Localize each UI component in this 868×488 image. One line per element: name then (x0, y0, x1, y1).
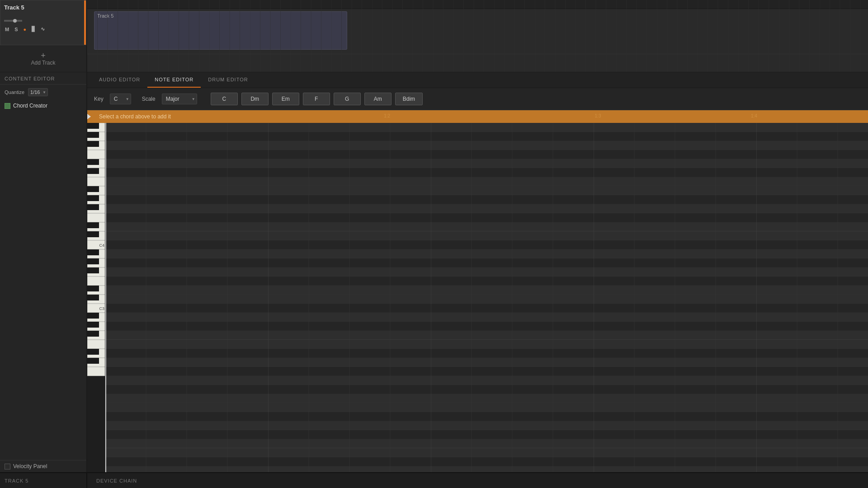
svg-rect-23 (87, 204, 99, 210)
svg-rect-21 (87, 195, 99, 201)
svg-rect-55 (87, 367, 105, 376)
bottom-bar: TRACK 5 DEVICE CHAIN (0, 472, 868, 488)
add-track-label: Add Track (31, 60, 55, 66)
track-list: Track 5 M S ● ▊ ∿ + Add Track (0, 0, 87, 72)
chord-btn-Em[interactable]: Em (272, 93, 299, 105)
chord-btn-Am[interactable]: Am (364, 93, 392, 105)
chord-btn-Dm[interactable]: Dm (241, 93, 269, 105)
mute-button[interactable]: M (4, 26, 10, 33)
record-button[interactable]: ● (23, 26, 28, 33)
track-lane: Track 5 (87, 9, 868, 54)
velocity-panel-checkbox[interactable] (5, 464, 10, 469)
track-item: Track 5 M S ● ▊ ∿ (0, 0, 86, 45)
middle-area: CONTENT EDITOR Quantize 1/16 1/8 1/4 1/2… (0, 72, 868, 472)
chord-btn-F[interactable]: F (303, 93, 330, 105)
chord-buttons-group: C Dm Em F G Am Bdim (211, 93, 423, 105)
chord-instruction-bar: Select a chord above to add it 1:2 1:3 1… (87, 110, 868, 123)
piano-keyboard: // Not valid here - we'll use static SVG (87, 123, 105, 472)
quantize-label: Quantize (5, 89, 24, 95)
svg-rect-19 (87, 186, 99, 192)
key-scale-chord-row: Key CC#DD# EFF#G G#AA#B ▼ Scale MajorMin… (87, 88, 868, 110)
track-name: Track 5 (4, 4, 82, 11)
velocity-panel-row: Velocity Panel (0, 460, 86, 472)
piano-roll-container: Select a chord above to add it 1:2 1:3 1… (87, 110, 868, 472)
track-clip[interactable]: Track 5 (94, 11, 347, 50)
editor-tabs: AUDIO EDITOR NOTE EDITOR DRUM EDITOR (87, 72, 868, 88)
svg-rect-54 (87, 358, 99, 364)
svg-rect-11 (87, 141, 99, 147)
key-select[interactable]: CC#DD# EFF#G G#AA#B (110, 94, 131, 104)
tab-audio-editor[interactable]: AUDIO EDITOR (92, 72, 147, 88)
key-select-wrapper: CC#DD# EFF#G G#AA#B ▼ (110, 94, 131, 104)
note-grid[interactable] (105, 123, 868, 472)
piano-roll-editor: // Not valid here - we'll use static SVG (87, 123, 868, 472)
svg-rect-9 (87, 132, 99, 138)
arrangement-ruler (87, 0, 868, 9)
svg-rect-49 (87, 331, 99, 337)
clip-title: Track 5 (94, 12, 347, 20)
svg-rect-12 (87, 150, 105, 159)
quantize-row: Quantize 1/16 1/8 1/4 1/2 1 ▼ (0, 84, 86, 100)
svg-rect-14 (87, 159, 99, 165)
svg-rect-45 (87, 313, 99, 319)
add-track-icon: + (41, 52, 46, 60)
svg-rect-32 (87, 249, 99, 255)
arrangement-tracks: Track 5 (87, 9, 868, 72)
svg-rect-7 (87, 123, 99, 129)
quantize-select-wrapper: 1/16 1/8 1/4 1/2 1 ▼ (28, 88, 48, 96)
top-area: Track 5 M S ● ▊ ∿ + Add Track (0, 0, 868, 72)
svg-text:C3: C3 (99, 306, 104, 311)
wave-button[interactable]: ∿ (40, 25, 46, 33)
tab-drum-editor[interactable]: DRUM EDITOR (201, 72, 255, 88)
solo-button[interactable]: S (14, 26, 19, 33)
bar-marker-1-3: 1:3 (595, 113, 601, 118)
note-grid-svg (105, 123, 868, 472)
svg-rect-52 (87, 349, 99, 355)
chord-instruction-text: Select a chord above to add it (99, 113, 171, 120)
svg-text:C4: C4 (99, 243, 104, 248)
chord-btn-Bdim[interactable]: Bdim (395, 93, 423, 105)
svg-rect-39 (87, 286, 99, 291)
svg-rect-16 (87, 168, 99, 174)
piano-keys-svg: // Not valid here - we'll use static SVG (87, 123, 105, 472)
key-label: Key (94, 96, 104, 102)
svg-rect-28 (87, 231, 99, 237)
track-color-stripe (84, 0, 86, 45)
scale-label: Scale (142, 96, 156, 102)
playhead-triangle-icon (87, 114, 91, 119)
svg-rect-17 (87, 177, 105, 186)
svg-rect-24 (87, 213, 105, 222)
chord-creator-label: Chord Creator (13, 103, 47, 109)
svg-rect-36 (87, 267, 99, 273)
bar-marker-1-4: 1:4 (751, 113, 757, 118)
bottom-section-right: DEVICE CHAIN (87, 478, 146, 483)
svg-rect-85 (105, 123, 868, 472)
velocity-panel-label: Velocity Panel (13, 463, 47, 469)
svg-rect-50 (87, 340, 105, 349)
svg-rect-37 (87, 277, 105, 286)
arrangement-area: Track 5 (87, 0, 868, 72)
add-track-area[interactable]: + Add Track (0, 45, 86, 72)
bar-marker-1-2: 1:2 (384, 113, 390, 118)
svg-rect-26 (87, 222, 99, 228)
bottom-device-chain-label: DEVICE CHAIN (96, 478, 137, 483)
chord-btn-C[interactable]: C (211, 93, 238, 105)
note-editor-main: AUDIO EDITOR NOTE EDITOR DRUM EDITOR Key… (87, 72, 868, 472)
svg-rect-34 (87, 258, 99, 264)
bottom-section-left: TRACK 5 (0, 473, 87, 488)
bars-button[interactable]: ▊ (31, 25, 36, 33)
app-container: Track 5 M S ● ▊ ∿ + Add Track (0, 0, 868, 488)
chord-creator-row: Chord Creator (0, 100, 86, 112)
scale-select-wrapper: MajorMinorDorianPhrygian ▼ (162, 94, 197, 104)
sidebar-spacer (0, 112, 86, 460)
track-volume-knob[interactable] (4, 20, 22, 22)
bottom-track-label: TRACK 5 (5, 478, 28, 483)
content-editor-sidebar: CONTENT EDITOR Quantize 1/16 1/8 1/4 1/2… (0, 72, 87, 472)
scale-select[interactable]: MajorMinorDorianPhrygian (162, 94, 197, 104)
tab-note-editor[interactable]: NOTE EDITOR (147, 72, 201, 88)
playhead-marker (87, 110, 94, 123)
quantize-select[interactable]: 1/16 1/8 1/4 1/2 1 (28, 88, 48, 96)
chord-btn-G[interactable]: G (334, 93, 361, 105)
svg-rect-41 (87, 295, 99, 300)
chord-creator-checkbox[interactable] (5, 103, 10, 109)
